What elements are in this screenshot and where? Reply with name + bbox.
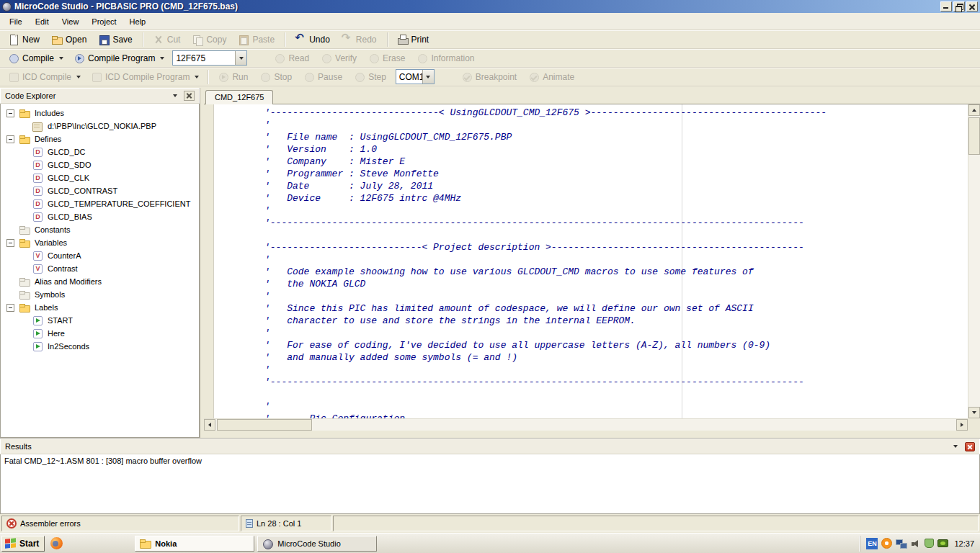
menu-view[interactable]: View — [55, 15, 86, 28]
tray-app-icon[interactable] — [881, 538, 892, 549]
icd-compile-button[interactable]: ICD Compile — [3, 69, 86, 85]
volume-icon[interactable] — [911, 539, 921, 549]
code-text[interactable]: '------------------------------< UsingGL… — [215, 104, 968, 418]
new-icon — [8, 34, 19, 45]
compile-program-button[interactable]: Compile Program — [68, 50, 169, 66]
vertical-scrollbar[interactable] — [968, 104, 980, 418]
step-button[interactable]: Step — [349, 69, 393, 85]
open-button[interactable]: Open — [46, 32, 93, 48]
network-icon[interactable] — [896, 539, 907, 549]
save-button[interactable]: Save — [93, 32, 138, 48]
language-indicator[interactable]: EN — [866, 538, 878, 549]
horizontal-scroll-thumb[interactable] — [217, 419, 312, 431]
menu-project[interactable]: Project — [85, 15, 122, 28]
scroll-left-button[interactable] — [204, 419, 215, 431]
paste-button[interactable]: Paste — [233, 32, 281, 48]
tree-item[interactable]: GLCD_CLK — [1, 171, 199, 184]
task-button-nokia[interactable]: Nokia — [135, 536, 254, 552]
close-button[interactable] — [966, 1, 978, 12]
scroll-down-button[interactable] — [968, 407, 980, 418]
tree-item[interactable]: Defines — [1, 132, 199, 145]
start-label: Start — [19, 539, 39, 549]
tree-item[interactable]: Symbols — [1, 288, 199, 301]
print-button[interactable]: Print — [392, 32, 436, 48]
tree-item-label: Contrast — [48, 264, 78, 273]
code-line: '---------------------------< Project de… — [264, 241, 968, 253]
results-close-button[interactable] — [965, 442, 975, 451]
tree-expander-icon[interactable] — [6, 304, 14, 312]
com-port-select-dropdown-button[interactable] — [422, 70, 434, 84]
read-button[interactable]: Read — [269, 50, 316, 66]
menu-file[interactable]: File — [3, 15, 29, 28]
editor-view[interactable]: '------------------------------< UsingGL… — [204, 104, 980, 431]
pause-button[interactable]: Pause — [298, 69, 349, 85]
open-button-label: Open — [66, 35, 86, 45]
com-port-select[interactable]: COM1 — [396, 69, 435, 84]
tree-item[interactable]: Here — [1, 327, 199, 340]
shield-icon[interactable] — [925, 539, 934, 548]
new-button[interactable]: New — [3, 32, 46, 48]
tree-item[interactable]: Contrast — [1, 262, 199, 275]
device-select-dropdown-button[interactable] — [235, 51, 246, 65]
code-line: ' Since this PIC has limited amount of c… — [264, 302, 968, 315]
erase-button[interactable]: Erase — [363, 50, 411, 66]
nvidia-icon[interactable] — [937, 539, 948, 547]
firefox-icon[interactable] — [50, 537, 63, 549]
tree-item[interactable]: In2Seconds — [1, 340, 199, 353]
app-window: MicroCode Studio - PICBASIC PRO (CMD_12F… — [0, 0, 980, 553]
tree-item[interactable]: GLCD_DC — [1, 145, 199, 158]
tree-item[interactable]: GLCD_SDO — [1, 158, 199, 171]
code-explorer-menu-button[interactable] — [169, 91, 181, 102]
icd-compile-program-button[interactable]: ICD Compile Program — [86, 69, 204, 85]
information-button[interactable]: Information — [411, 50, 481, 66]
undo-button[interactable]: Undo — [290, 32, 337, 48]
tree-expander-icon[interactable] — [6, 135, 14, 143]
menu-edit[interactable]: Edit — [29, 15, 55, 28]
scroll-right-button[interactable] — [956, 419, 968, 431]
tree-item[interactable]: Variables — [1, 236, 199, 249]
tree-item[interactable]: GLCD_TEMPERATURE_COEFFICIENT — [1, 197, 199, 210]
menu-help[interactable]: Help — [123, 15, 153, 28]
animate-button[interactable]: Animate — [523, 69, 581, 85]
tab-cmd-12f675[interactable]: CMD_12F675 — [205, 90, 273, 104]
tree-expander-icon[interactable] — [6, 109, 14, 117]
tree-item[interactable]: GLCD_BIAS — [1, 210, 199, 223]
save-button-label: Save — [112, 35, 132, 45]
code-line: ' — [264, 400, 968, 413]
tree-item[interactable]: CounterA — [1, 249, 199, 262]
tree-item[interactable]: Includes — [1, 107, 199, 120]
scroll-up-button[interactable] — [968, 104, 980, 116]
tree-expander-icon[interactable] — [6, 239, 14, 247]
verify-button[interactable]: Verify — [316, 50, 363, 66]
code-explorer-close-button[interactable] — [184, 91, 195, 101]
start-button[interactable]: Start — [1, 536, 45, 552]
breakpoint-button[interactable]: Breakpoint — [456, 69, 523, 85]
label-icon — [32, 315, 43, 325]
redo-button[interactable]: Redo — [337, 32, 383, 48]
task-button-microcode-studio[interactable]: MicroCode Studio — [257, 536, 377, 552]
window-controls — [940, 1, 978, 12]
results-body[interactable]: Fatal CMD_12~1.ASM 801 : [308] macro buf… — [0, 454, 980, 514]
tree-indent — [6, 178, 32, 179]
restore-button[interactable] — [953, 1, 965, 12]
stop-button[interactable]: Stop — [254, 69, 298, 85]
tree-item-label: GLCD_BIAS — [48, 212, 92, 221]
erase-button-label: Erase — [383, 53, 405, 63]
code-line: ' and manually added some symbols (= and… — [264, 351, 968, 364]
vertical-scroll-thumb[interactable] — [968, 117, 980, 155]
tree-item[interactable]: Alias and Modifiers — [1, 275, 199, 288]
tree-item[interactable]: Constants — [1, 223, 199, 236]
tree-item[interactable]: GLCD_CONTRAST — [1, 184, 199, 197]
copy-button[interactable]: Copy — [187, 32, 233, 48]
tree-item[interactable]: d:\PBP\Inc\GLCD_NOKIA.PBP — [1, 120, 199, 132]
horizontal-scrollbar[interactable] — [204, 418, 968, 431]
tree-item[interactable]: Labels — [1, 301, 199, 314]
minimize-button[interactable] — [940, 1, 952, 12]
device-select[interactable]: 12F675 — [172, 50, 247, 66]
breakpoint-button-label: Breakpoint — [476, 72, 517, 82]
tree-item[interactable]: START — [1, 314, 199, 327]
run-button[interactable]: Run — [213, 69, 254, 85]
compile-button[interactable]: Compile — [3, 50, 68, 66]
results-menu-button[interactable] — [950, 441, 961, 452]
cut-button[interactable]: Cut — [148, 32, 187, 48]
